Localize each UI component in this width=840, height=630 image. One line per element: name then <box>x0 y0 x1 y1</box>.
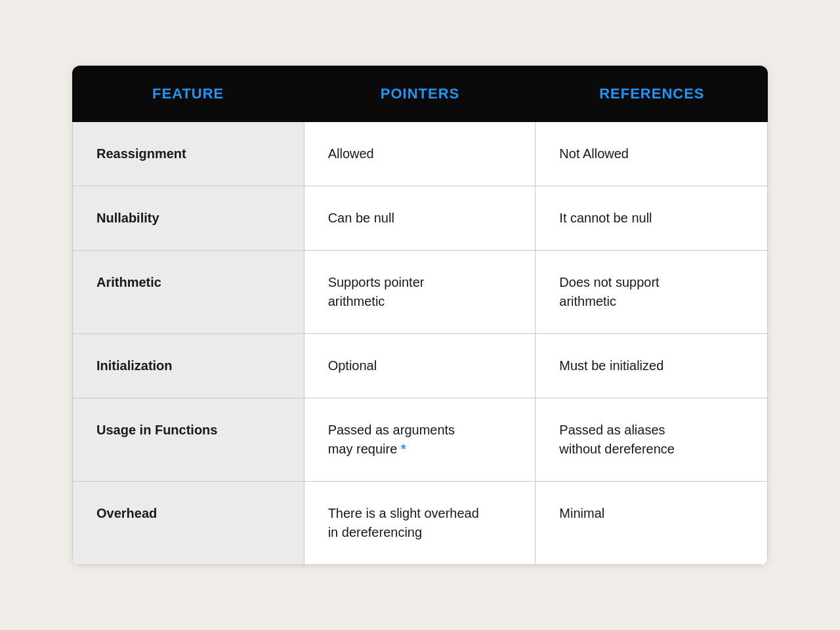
header-references: REFERENCES <box>536 85 768 102</box>
table-body: Reassignment Allowed Not Allowed Nullabi… <box>72 122 768 565</box>
table-row: Nullability Can be null It cannot be nul… <box>73 186 767 251</box>
pointers-cell: There is a slight overhead in dereferenc… <box>304 482 536 564</box>
feature-cell: Arithmetic <box>73 251 304 333</box>
references-cell: Does not support arithmetic <box>536 251 767 333</box>
feature-cell: Nullability <box>73 186 304 250</box>
references-cell: Must be initialized <box>536 334 767 398</box>
references-cell: Minimal <box>536 482 767 564</box>
references-cell: It cannot be null <box>536 186 767 250</box>
header-pointers: POINTERS <box>304 85 536 102</box>
table-header: FEATURE POINTERS REFERENCES <box>72 66 768 122</box>
references-cell: Passed as aliases without dereference <box>536 398 767 481</box>
star-icon: * <box>401 442 406 456</box>
table-row: Usage in Functions Passed as arguments m… <box>73 398 767 482</box>
comparison-table: FEATURE POINTERS REFERENCES Reassignment… <box>72 66 768 565</box>
feature-cell: Usage in Functions <box>73 398 304 481</box>
pointers-cell: Can be null <box>304 186 536 250</box>
table-row: Initialization Optional Must be initiali… <box>73 334 767 398</box>
feature-cell: Reassignment <box>73 122 304 186</box>
table-row: Arithmetic Supports pointer arithmetic D… <box>73 251 767 334</box>
pointers-cell: Allowed <box>304 122 536 186</box>
table-row: Overhead There is a slight overhead in d… <box>73 482 767 564</box>
feature-cell: Initialization <box>73 334 304 398</box>
table-row: Reassignment Allowed Not Allowed <box>73 122 767 186</box>
feature-cell: Overhead <box>73 482 304 564</box>
header-feature: FEATURE <box>72 85 304 102</box>
pointers-cell: Passed as arguments may require * <box>304 398 536 481</box>
pointers-cell: Supports pointer arithmetic <box>304 251 536 333</box>
references-cell: Not Allowed <box>536 122 767 186</box>
pointers-cell: Optional <box>304 334 536 398</box>
